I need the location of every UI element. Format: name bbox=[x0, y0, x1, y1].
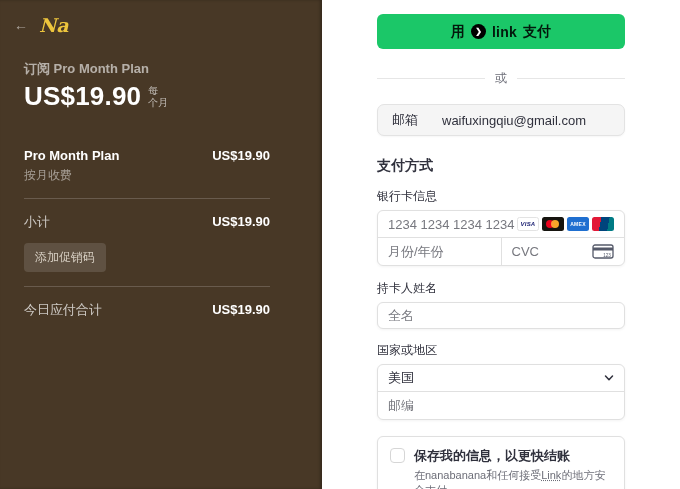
subtotal-label: 小计 bbox=[24, 213, 50, 231]
svg-text:123: 123 bbox=[603, 253, 611, 258]
price-period-bottom: 个月 bbox=[148, 97, 168, 109]
visa-icon: VISA bbox=[517, 217, 539, 231]
card-cvc-input[interactable] bbox=[512, 244, 593, 259]
card-number-row: VISA AMEX bbox=[378, 211, 624, 238]
email-label: 邮箱 bbox=[392, 111, 418, 129]
unionpay-icon bbox=[592, 217, 614, 231]
price-period-top: 每 bbox=[148, 85, 168, 97]
pay-with-link-button[interactable]: 用 ❯ link 支付 bbox=[377, 14, 625, 49]
country-label: 国家或地区 bbox=[377, 342, 625, 359]
total-amount: US$19.90 bbox=[212, 302, 270, 317]
or-divider-label: 或 bbox=[495, 70, 507, 87]
link-logo-icon: ❯ bbox=[471, 24, 486, 39]
line-item-desc: 按月收费 bbox=[24, 167, 270, 184]
save-info-subtitle-prefix: 在nanabanana和任何接受 bbox=[414, 469, 541, 481]
link-button-suffix: 支付 bbox=[523, 23, 551, 41]
add-promo-code-button[interactable]: 添加促销码 bbox=[24, 243, 106, 272]
price-period: 每 个月 bbox=[148, 85, 168, 109]
card-number-input[interactable] bbox=[388, 217, 517, 232]
sidebar-header: ← Na bbox=[0, 12, 322, 38]
country-select[interactable]: 美国 bbox=[378, 365, 624, 392]
expiry-cell bbox=[378, 238, 501, 265]
price-row: US$19.90 每 个月 bbox=[24, 81, 270, 112]
postal-code-field bbox=[378, 392, 624, 419]
card-input-group: VISA AMEX 123 bbox=[377, 210, 625, 266]
card-info-label: 银行卡信息 bbox=[377, 188, 625, 205]
card-expiry-cvc-row: 123 bbox=[378, 238, 624, 265]
save-info-texts: 保存我的信息，以更快结账 在nanabanana和任何接受Link的地方安全支付… bbox=[414, 447, 612, 489]
save-info-link-word: Link bbox=[541, 469, 561, 481]
subtotal-row: 小计 US$19.90 bbox=[24, 213, 270, 231]
line-item-amount: US$19.90 bbox=[212, 148, 270, 163]
save-info-card: 保存我的信息，以更快结账 在nanabanana和任何接受Link的地方安全支付… bbox=[377, 436, 625, 489]
link-button-prefix: 用 bbox=[451, 23, 465, 41]
mastercard-icon bbox=[542, 217, 564, 231]
save-info-checkbox[interactable] bbox=[390, 448, 405, 463]
payment-method-heading: 支付方式 bbox=[377, 157, 625, 175]
line-item-name: Pro Month Plan bbox=[24, 148, 119, 163]
card-expiry-input[interactable] bbox=[388, 244, 491, 259]
checkout-panel: 用 ❯ link 支付 或 邮箱 waifuxingqiu@gmail.com … bbox=[322, 0, 680, 489]
postal-code-input[interactable] bbox=[388, 398, 614, 413]
total-label: 今日应付合计 bbox=[24, 301, 102, 319]
amex-icon: AMEX bbox=[567, 217, 589, 231]
cardholder-name-field bbox=[377, 302, 625, 329]
chevron-down-icon bbox=[604, 373, 614, 383]
save-info-title: 保存我的信息，以更快结账 bbox=[414, 447, 612, 465]
order-summary-sidebar: ← Na 订阅 Pro Month Plan US$19.90 每 个月 Pro… bbox=[0, 0, 322, 489]
save-info-subtitle: 在nanabanana和任何接受Link的地方安全支付。 bbox=[414, 468, 612, 489]
cardholder-name-label: 持卡人姓名 bbox=[377, 280, 625, 297]
line-item-row: Pro Month Plan US$19.90 bbox=[24, 148, 270, 163]
brand-logo: Na bbox=[39, 14, 69, 36]
email-field[interactable]: 邮箱 waifuxingqiu@gmail.com bbox=[377, 104, 625, 136]
country-selected-value: 美国 bbox=[388, 369, 414, 387]
back-arrow-icon[interactable]: ← bbox=[14, 17, 28, 33]
email-value: waifuxingqiu@gmail.com bbox=[418, 113, 610, 128]
price-amount: US$19.90 bbox=[24, 81, 141, 112]
total-row: 今日应付合计 US$19.90 bbox=[24, 301, 270, 319]
divider-line bbox=[377, 78, 485, 79]
country-postal-group: 美国 bbox=[377, 364, 625, 420]
divider bbox=[24, 286, 270, 287]
cvc-cell: 123 bbox=[501, 238, 625, 265]
card-brand-icons: VISA AMEX bbox=[517, 217, 614, 231]
subscription-title: 订阅 Pro Month Plan bbox=[24, 60, 270, 78]
link-brand-text: link bbox=[492, 24, 517, 40]
or-divider: 或 bbox=[377, 70, 625, 87]
subtotal-amount: US$19.90 bbox=[212, 214, 270, 229]
cvc-card-icon: 123 bbox=[592, 244, 614, 259]
divider-line bbox=[517, 78, 625, 79]
cardholder-name-input[interactable] bbox=[388, 308, 614, 323]
divider bbox=[24, 198, 270, 199]
